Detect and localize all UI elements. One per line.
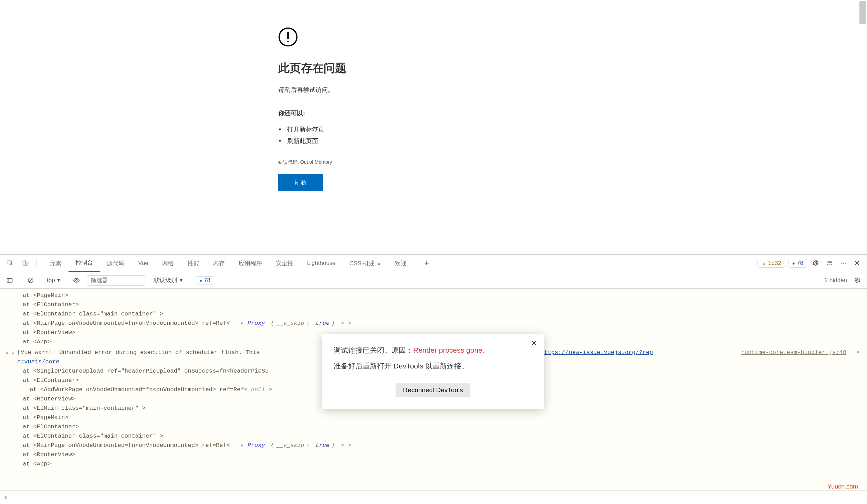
tab-sources[interactable]: 源代码 bbox=[100, 255, 131, 272]
devtools-header: 元素 控制台 源代码 Vue 网络 性能 内存 应用程序 安全性 Lightho… bbox=[0, 255, 867, 272]
tab-security[interactable]: 安全性 bbox=[269, 255, 300, 272]
svg-point-9 bbox=[828, 261, 829, 263]
stack-line: at <App> bbox=[6, 459, 867, 469]
source-link[interactable]: runtime-core.esm-bundler.js:40 bbox=[741, 348, 846, 357]
error-subtitle: 请稍后再尝试访问。 bbox=[278, 86, 867, 94]
stack-line: at <ElContainer class="main-container" > bbox=[6, 431, 867, 441]
tab-performance[interactable]: 性能 bbox=[181, 255, 206, 272]
svg-line-19 bbox=[29, 279, 32, 282]
refresh-button[interactable]: 刷新 bbox=[278, 174, 323, 191]
issue-link[interactable]: https://new-issue.vuejs.org/?rep bbox=[541, 349, 653, 356]
stack-line: at <ElContainer> bbox=[6, 300, 867, 309]
warning-circle-icon bbox=[278, 27, 298, 47]
issues-count: 78 bbox=[204, 277, 210, 284]
filter-input[interactable] bbox=[87, 275, 145, 286]
watermark: Yuucn.com bbox=[827, 483, 858, 490]
warnings-badge[interactable]: ▲1532 bbox=[758, 259, 785, 268]
info-count: 78 bbox=[797, 260, 803, 267]
expand-caret-icon[interactable]: ▸ bbox=[12, 348, 15, 358]
device-toggle-icon[interactable] bbox=[21, 258, 30, 268]
console-filter-bar: top ▾ 默认级别 ▾ ●78 2 hidden bbox=[0, 272, 867, 289]
close-devtools-icon[interactable] bbox=[852, 258, 862, 268]
more-menu-icon[interactable] bbox=[838, 258, 848, 268]
divider bbox=[66, 276, 66, 285]
close-dialog-icon[interactable] bbox=[529, 338, 539, 348]
svg-rect-3 bbox=[7, 261, 12, 264]
stack-line: at <RouterView> bbox=[6, 450, 867, 459]
error-page: 此页存在问题 请稍后再尝试访问。 你还可以: 打开新标签页 刷新此页面 错误代码… bbox=[0, 0, 867, 255]
divider bbox=[190, 276, 190, 285]
error-code: 错误代码: Out of Memory bbox=[278, 159, 867, 165]
chevron-down-icon: ▾ bbox=[180, 277, 183, 284]
svg-rect-5 bbox=[26, 262, 28, 265]
dialog-line2: 准备好后重新打开 DevTools 以重新连接。 bbox=[334, 360, 532, 372]
info-dot-icon: ● bbox=[792, 260, 795, 266]
devtools-header-right: ▲1532 ●78 bbox=[758, 258, 862, 268]
stack-line: at <PageMain> bbox=[6, 291, 867, 300]
add-tab-button[interactable] bbox=[422, 258, 431, 268]
info-badge[interactable]: ●78 bbox=[788, 259, 807, 268]
svg-point-2 bbox=[287, 41, 289, 43]
context-label: top bbox=[47, 277, 55, 284]
tab-memory[interactable]: 内存 bbox=[206, 255, 232, 272]
context-selector[interactable]: top ▾ bbox=[47, 277, 60, 284]
reconnect-dialog: 调试连接已关闭。原因：Render process gone. 准备好后重新打开… bbox=[322, 334, 544, 409]
stack-text: at <MainPage onVnodeUnmounted=fn<onVnode… bbox=[23, 442, 230, 449]
tab-welcome[interactable]: 欢迎 bbox=[388, 255, 414, 272]
tab-lighthouse[interactable]: Lighthouse bbox=[300, 255, 343, 272]
svg-rect-16 bbox=[7, 278, 12, 282]
devtools-tabs: 元素 控制台 源代码 Vue 网络 性能 内存 应用程序 安全性 Lightho… bbox=[43, 255, 414, 272]
warning-triangle-icon: ▲ bbox=[761, 260, 766, 266]
log-level-label: 默认级别 bbox=[154, 276, 177, 284]
error-title: 此页存在问题 bbox=[278, 61, 867, 76]
divider bbox=[36, 258, 37, 268]
warning-triangle-icon: ▲ bbox=[6, 348, 9, 358]
svg-point-12 bbox=[843, 263, 844, 264]
suggestion-refresh: 刷新此页面 bbox=[278, 135, 867, 147]
svg-point-20 bbox=[75, 279, 77, 281]
svg-point-11 bbox=[841, 263, 842, 264]
suggestion-newtab: 打开新标签页 bbox=[278, 124, 867, 135]
feedback-icon[interactable] bbox=[824, 258, 835, 268]
tab-vue[interactable]: Vue bbox=[131, 255, 155, 272]
console-prompt[interactable]: › bbox=[0, 490, 867, 504]
svg-point-8 bbox=[815, 262, 817, 264]
svg-point-21 bbox=[857, 279, 858, 281]
tab-console[interactable]: 控制台 bbox=[69, 255, 100, 272]
stack-line: at <ElContainer class="main-container" > bbox=[6, 309, 867, 319]
stack-line: at <PageMain> bbox=[6, 413, 867, 422]
svg-point-13 bbox=[845, 263, 846, 264]
divider bbox=[41, 276, 41, 285]
hidden-count[interactable]: 2 hidden bbox=[825, 277, 847, 284]
stack-line: at <MainPage onVnodeUnmounted=fn<onVnode… bbox=[6, 319, 867, 328]
log-level-selector[interactable]: 默认级别 ▾ bbox=[154, 276, 183, 284]
beta-triangle-icon: ▲ bbox=[377, 261, 382, 266]
issues-badge[interactable]: ●78 bbox=[196, 276, 214, 285]
tab-css-overview[interactable]: CSS 概述 ▲ bbox=[343, 255, 388, 272]
tab-network[interactable]: 网络 bbox=[155, 255, 181, 272]
console-settings-gear-icon[interactable] bbox=[853, 276, 862, 285]
settings-gear-icon[interactable] bbox=[811, 258, 821, 268]
svg-point-10 bbox=[830, 261, 832, 263]
svg-rect-4 bbox=[23, 261, 26, 265]
tab-elements[interactable]: 元素 bbox=[43, 255, 69, 272]
prompt-chevron-icon: › bbox=[5, 494, 7, 501]
expand-caret-icon[interactable]: ▸ bbox=[241, 441, 244, 450]
inspect-element-icon[interactable] bbox=[5, 258, 14, 268]
issue-link-wrap[interactable]: o=vuejs/core bbox=[17, 358, 59, 365]
tab-application[interactable]: 应用程序 bbox=[232, 255, 269, 272]
stack-line: at <ElContainer> bbox=[6, 422, 867, 431]
live-expression-icon[interactable] bbox=[72, 276, 81, 285]
toggle-sidebar-icon[interactable] bbox=[5, 276, 14, 285]
dialog-line1-prefix: 调试连接已关闭。原因： bbox=[334, 346, 413, 354]
magnifier-icon[interactable]: ⌕ bbox=[856, 348, 859, 357]
clear-console-icon[interactable] bbox=[26, 276, 35, 285]
expand-caret-icon[interactable]: ▸ bbox=[241, 319, 244, 328]
reconnect-devtools-button[interactable]: Reconnect DevTools bbox=[396, 383, 470, 397]
you-can-also-label: 你还可以: bbox=[278, 109, 867, 117]
warn-text: [Vue warn]: Unhandled error during execu… bbox=[17, 349, 260, 356]
warnings-count: 1532 bbox=[768, 260, 781, 267]
page-scrollbar[interactable] bbox=[859, 1, 866, 24]
stack-text: at <MainPage onVnodeUnmounted=fn<onVnode… bbox=[23, 320, 230, 326]
chevron-down-icon: ▾ bbox=[57, 277, 60, 284]
